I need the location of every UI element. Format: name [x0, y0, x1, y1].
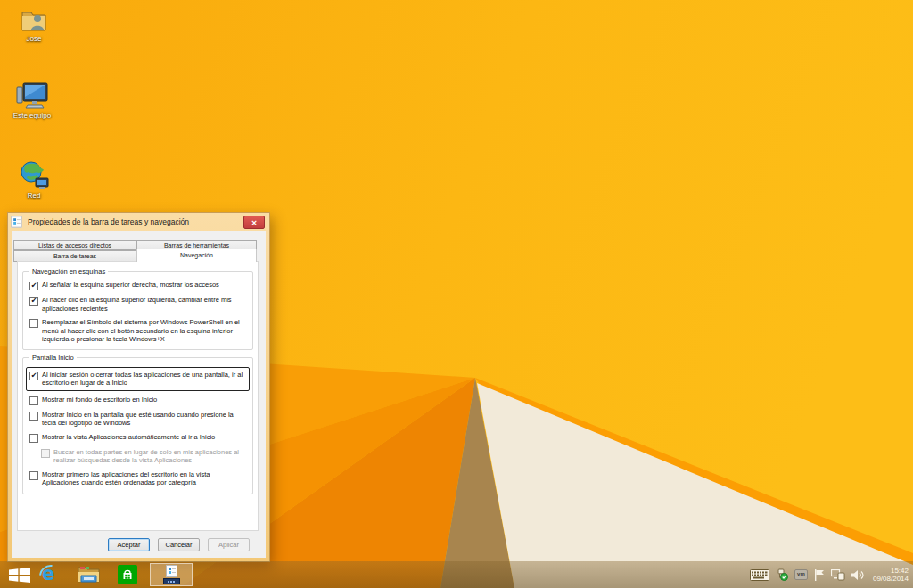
file-explorer-icon — [78, 565, 100, 584]
apply-button: Aplicar — [208, 538, 250, 551]
checkbox-unchecked[interactable] — [29, 319, 38, 328]
mini-taskbar-icon — [163, 578, 180, 584]
checkbox-label: Mostrar la vista Aplicaciones automática… — [42, 433, 215, 442]
this-pc-icon — [15, 80, 49, 110]
group-title: Navegación en esquinas — [29, 267, 108, 275]
cancel-button[interactable]: Cancelar — [158, 538, 200, 551]
tab-listas-accesos-directos[interactable]: Listas de accesos directos — [13, 240, 136, 250]
checkbox-label: Mostrar primero las aplicaciones del esc… — [42, 470, 248, 487]
taskbar-item-file-explorer[interactable] — [75, 561, 102, 588]
action-center-flag-icon[interactable] — [814, 569, 825, 581]
group-pantalla-inicio: Pantalla Inicio ✔ Al iniciar sesión o ce… — [22, 357, 253, 494]
checkbox-row[interactable]: ✔ Al hacer clic en la esquina superior i… — [29, 296, 248, 313]
usb-device-icon[interactable] — [776, 568, 788, 581]
checkbox-checked[interactable]: ✔ — [29, 297, 38, 306]
windows-desktop: Jose Este equipo Red Propiedad — [0, 0, 913, 588]
dialog-client-area: Listas de accesos directos Barras de her… — [12, 231, 266, 558]
checkbox-unchecked-disabled — [41, 449, 50, 458]
taskbar-item-store[interactable] — [114, 561, 141, 588]
taskbar-clock[interactable]: 15:42 09/08/2014 — [873, 567, 909, 583]
desktop-icon-label: Red — [9, 192, 59, 200]
store-icon — [118, 565, 137, 584]
checkbox-row-focused[interactable]: ✔ Al iniciar sesión o cerrar todas las a… — [26, 367, 250, 391]
taskbar-properties-icon — [166, 565, 177, 577]
tab-page-navegacion: Navegación en esquinas ✔ Al señalar la e… — [17, 261, 259, 531]
taskbar: e — [0, 561, 913, 588]
clock-time: 15:42 — [873, 567, 909, 575]
volume-icon[interactable] — [851, 569, 864, 581]
group-navegacion-en-esquinas: Navegación en esquinas ✔ Al señalar la e… — [22, 271, 253, 350]
checkbox-unchecked[interactable] — [29, 396, 38, 405]
start-button[interactable] — [5, 561, 34, 588]
desktop-icon-network[interactable]: Red — [9, 160, 59, 200]
clock-date: 09/08/2014 — [873, 575, 909, 583]
taskbar-properties-icon — [11, 216, 21, 227]
desktop-icon-label: Este equipo — [7, 111, 57, 119]
dialog-title: Propiedades de la barra de tareas y nave… — [28, 217, 243, 226]
checkbox-label: Al señalar la esquina superior derecha, … — [42, 281, 219, 290]
internet-explorer-icon: e — [39, 564, 61, 585]
network-icon — [18, 160, 50, 191]
network-icon[interactable] — [831, 569, 845, 581]
checkbox-label: Buscar en todas partes en lugar de solo … — [53, 448, 248, 465]
checkbox-unchecked[interactable] — [29, 471, 38, 480]
dialog-titlebar[interactable]: Propiedades de la barra de tareas y nave… — [8, 213, 269, 231]
checkbox-row-disabled: Buscar en todas partes en lugar de solo … — [40, 448, 248, 465]
checkbox-row[interactable]: Reemplazar el Símbolo del sistema por Wi… — [29, 318, 248, 344]
taskbar-properties-dialog: Propiedades de la barra de tareas y nave… — [7, 212, 270, 562]
desktop-icon-user-folder[interactable]: Jose — [9, 7, 59, 43]
checkbox-label: Mostrar Inicio en la pantalla que esté u… — [42, 411, 248, 428]
group-title: Pantalla Inicio — [29, 354, 77, 362]
checkbox-checked[interactable]: ✔ — [29, 282, 38, 290]
checkbox-row[interactable]: Mostrar mi fondo de escritorio en Inicio — [29, 396, 248, 405]
user-folder-icon — [20, 7, 48, 34]
checkbox-label: Al hacer clic en la esquina superior izq… — [42, 296, 248, 313]
desktop-icon-label: Jose — [9, 35, 59, 43]
tab-navegacion[interactable]: Navegación — [136, 249, 257, 262]
checkbox-row[interactable]: Mostrar Inicio en la pantalla que esté u… — [29, 411, 248, 428]
vm-tray-icon[interactable]: vm — [794, 569, 808, 580]
checkbox-row[interactable]: Mostrar primero las aplicaciones del esc… — [29, 470, 248, 487]
checkbox-label: Mostrar mi fondo de escritorio en Inicio — [42, 396, 157, 404]
system-tray: vm 15:42 09/08/2014 — [750, 561, 909, 588]
touch-keyboard-icon[interactable] — [750, 569, 769, 581]
close-button[interactable]: ✕ — [243, 216, 265, 229]
windows-logo-icon — [9, 568, 30, 583]
checkbox-checked[interactable]: ✔ — [29, 372, 38, 380]
taskbar-item-internet-explorer[interactable]: e — [37, 561, 62, 588]
dialog-button-row: Aceptar Cancelar Aplicar — [108, 538, 250, 551]
checkbox-unchecked[interactable] — [29, 412, 38, 421]
checkbox-row[interactable]: ✔ Al señalar la esquina superior derecha… — [29, 281, 248, 290]
checkbox-label: Al iniciar sesión o cerrar todas las apl… — [42, 371, 246, 388]
checkbox-unchecked[interactable] — [29, 434, 38, 443]
taskbar-button-properties-active[interactable] — [150, 563, 193, 586]
accept-button[interactable]: Aceptar — [108, 538, 150, 551]
desktop-icon-this-pc[interactable]: Este equipo — [7, 80, 57, 119]
checkbox-row[interactable]: Mostrar la vista Aplicaciones automática… — [29, 433, 248, 443]
checkbox-label: Reemplazar el Símbolo del sistema por Wi… — [42, 318, 248, 344]
